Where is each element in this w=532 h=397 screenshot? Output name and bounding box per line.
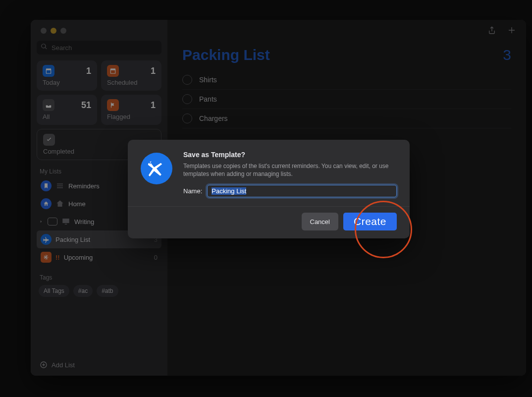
chevron-right-icon[interactable]: [39, 219, 44, 224]
close-window-button[interactable]: [41, 28, 47, 34]
flag-icon: [107, 99, 119, 111]
add-list-label: Add List: [52, 361, 75, 369]
save-template-dialog: Save as Template? Templates use copies o…: [128, 140, 410, 238]
tag-row: All Tags #ac #atb: [39, 285, 160, 297]
calendar-icon: [107, 65, 119, 77]
smart-flagged-label: Flagged: [107, 113, 156, 120]
window-controls: [37, 20, 161, 39]
template-name-input[interactable]: [207, 185, 397, 197]
house-icon: [55, 199, 64, 208]
add-list-button[interactable]: Add List: [37, 355, 161, 376]
dialog-description: Templates use copies of the list's curre…: [183, 162, 397, 178]
create-button[interactable]: Create: [343, 213, 397, 230]
smart-all[interactable]: 51 All: [37, 95, 97, 125]
checkbox-icon[interactable]: [182, 113, 192, 123]
reminder-item[interactable]: Chargers: [182, 109, 511, 128]
smart-flagged[interactable]: 1 Flagged: [101, 95, 161, 125]
add-reminder-button[interactable]: [507, 25, 516, 38]
section-tags: Tags: [40, 274, 161, 281]
checkbox-icon[interactable]: [182, 94, 192, 104]
divider: [128, 206, 410, 207]
dialog-title: Save as Template?: [183, 151, 397, 159]
smart-scheduled[interactable]: 1 Scheduled: [101, 60, 161, 91]
search-field[interactable]: [37, 41, 161, 55]
reminder-item[interactable]: Shirts: [182, 70, 511, 90]
tag-all[interactable]: All Tags: [39, 285, 69, 297]
smart-all-label: All: [43, 113, 91, 120]
reminder-title: Pants: [199, 95, 217, 103]
smart-all-count: 51: [81, 100, 91, 111]
airplane-icon: [41, 234, 52, 245]
plus-icon: [507, 25, 516, 36]
cancel-button[interactable]: Cancel: [302, 213, 338, 230]
reminder-item[interactable]: Pants: [182, 90, 511, 109]
house-icon: [41, 198, 52, 209]
smart-today-count: 1: [86, 66, 91, 76]
airplane-icon: [141, 153, 172, 184]
bookmark-icon: [41, 180, 52, 191]
check-icon: [43, 134, 55, 146]
sidebar-item-upcoming[interactable]: !! Upcoming 0: [37, 248, 161, 266]
smart-today-label: Today: [43, 79, 91, 86]
checkbox-icon[interactable]: [182, 75, 192, 85]
sidebar-item-count: 0: [154, 254, 158, 261]
folder-icon: [48, 218, 57, 226]
smart-scheduled-label: Scheduled: [107, 79, 156, 86]
tray-icon: [43, 99, 54, 111]
calendar-icon: [43, 65, 54, 77]
reminder-title: Shirts: [199, 76, 217, 84]
sidebar-item-label: Upcoming: [64, 254, 150, 261]
smart-scheduled-count: 1: [151, 66, 156, 76]
share-button[interactable]: [487, 25, 496, 38]
page-count: 3: [503, 47, 511, 63]
reminder-title: Chargers: [199, 114, 228, 122]
tag-atb[interactable]: #atb: [97, 285, 118, 297]
smart-today[interactable]: 1 Today: [37, 60, 97, 91]
smart-flagged-count: 1: [151, 100, 156, 111]
display-icon: [61, 217, 70, 226]
page-title: Packing List: [182, 47, 270, 63]
share-icon: [487, 25, 496, 36]
asterisk-icon: [41, 252, 52, 263]
name-label: Name:: [183, 187, 202, 195]
tag-ac[interactable]: #ac: [73, 285, 93, 297]
search-icon: [41, 43, 48, 52]
priority-icon: !!: [55, 254, 60, 261]
reminder-list: Shirts Pants Chargers: [182, 70, 511, 128]
search-input[interactable]: [51, 44, 158, 52]
list-icon: [55, 181, 64, 190]
minimize-window-button[interactable]: [51, 28, 56, 34]
zoom-window-button[interactable]: [60, 28, 66, 34]
plus-circle-icon: [40, 361, 48, 369]
